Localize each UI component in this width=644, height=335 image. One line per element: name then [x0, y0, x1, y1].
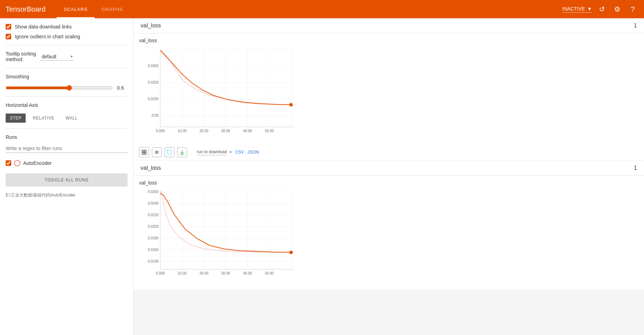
svg-text:0.0100: 0.0100 — [148, 97, 159, 101]
chart-2: 0.0260 0.0240 0.0220 0.0200 0.0180 0.016… — [139, 188, 297, 287]
runs-title: Runs — [6, 134, 128, 140]
show-download-links-checkbox[interactable] — [6, 24, 11, 30]
svg-text:20.00: 20.00 — [199, 129, 208, 133]
chart-1: 0.0300 0.0200 0.0100 0.00 0.000 10.00 20… — [139, 46, 297, 144]
chart-card-2: val_loss — [134, 176, 644, 290]
svg-text:0.0200: 0.0200 — [148, 80, 159, 84]
smoothing-slider[interactable] — [6, 85, 113, 91]
divider-3 — [6, 96, 128, 97]
svg-text:0.0260: 0.0260 — [148, 190, 159, 194]
svg-text:0.00: 0.00 — [152, 114, 159, 117]
run-name-label: AutoEncoder — [23, 160, 52, 166]
horizontal-axis-title: Horizontal Axis — [6, 102, 128, 108]
svg-text:30.00: 30.00 — [221, 271, 230, 275]
settings-icon[interactable]: ⚙ — [612, 4, 623, 15]
svg-text:20.00: 20.00 — [199, 271, 208, 275]
svg-text:50.00: 50.00 — [265, 129, 273, 133]
chart-title-1: val_loss — [139, 38, 638, 43]
svg-text:50.00: 50.00 — [265, 271, 273, 275]
status-text: INACTIVE — [562, 6, 585, 12]
axis-step-button[interactable]: STEP — [6, 114, 26, 123]
divider-4 — [6, 128, 128, 129]
section-header-1: val_loss 1 — [134, 18, 644, 33]
svg-text:10.00: 10.00 — [178, 129, 186, 133]
run-path: E:\工业大数据\基础代码\AutoEncoder — [6, 192, 128, 198]
svg-text:10.00: 10.00 — [178, 271, 186, 275]
nav-scalars[interactable]: SCALARS — [57, 0, 95, 18]
refresh-icon[interactable]: ↺ — [596, 4, 607, 15]
tooltip-select-wrapper: default ascending descending nearest — [40, 53, 74, 60]
svg-rect-31 — [167, 150, 172, 154]
section-title-2: val_loss — [141, 165, 161, 171]
svg-rect-26 — [142, 153, 144, 154]
layout: Show data download links Ignore outliers… — [0, 18, 644, 335]
svg-text:40.00: 40.00 — [243, 271, 252, 275]
svg-text:0.0200: 0.0200 — [148, 225, 159, 228]
header-nav: SCALARS GRAPHS — [57, 0, 130, 18]
expand-button-1[interactable] — [139, 147, 149, 157]
download-button-1[interactable] — [177, 147, 187, 157]
smoothing-value: 0.6 — [117, 85, 128, 91]
toggle-all-runs-button[interactable]: TOGGLE ALL RUNS — [6, 173, 128, 187]
json-button-1[interactable]: JSON — [247, 150, 259, 155]
main-content: val_loss 1 val_loss — [134, 18, 644, 335]
section-header-2: val_loss 1 — [134, 161, 644, 176]
list-button-1[interactable] — [152, 147, 162, 157]
svg-point-63 — [289, 251, 293, 254]
divider-2 — [6, 68, 128, 68]
svg-text:0.0160: 0.0160 — [148, 248, 159, 252]
chart-title-2: val_loss — [139, 180, 638, 186]
help-icon[interactable]: ? — [627, 4, 638, 15]
select-region-button-1[interactable] — [165, 147, 174, 157]
csv-button-1[interactable]: CSV — [234, 150, 245, 155]
header-right: INACTIVE ▼ ↺ ⚙ ? — [562, 4, 638, 15]
svg-marker-34 — [230, 152, 232, 153]
section-num-1: 1 — [634, 22, 637, 29]
run-color-circle — [14, 160, 20, 166]
svg-text:0.0180: 0.0180 — [148, 236, 159, 240]
run-item-autoencoder: AutoEncoder — [6, 160, 128, 166]
svg-rect-27 — [144, 153, 146, 154]
axis-buttons: STEP RELATIVE WALL — [6, 114, 128, 123]
section-num-2: 1 — [634, 165, 637, 171]
ignore-outliers-row: Ignore outliers in chart scaling — [6, 34, 128, 39]
status-dropdown[interactable]: INACTIVE ▼ — [562, 6, 592, 13]
autoencoder-checkbox[interactable] — [6, 160, 11, 166]
svg-rect-25 — [144, 150, 146, 152]
section-title-1: val_loss — [141, 22, 161, 29]
svg-text:0.0140: 0.0140 — [148, 259, 159, 263]
svg-text:0.000: 0.000 — [156, 271, 165, 275]
ignore-outliers-checkbox[interactable] — [6, 34, 11, 39]
show-download-links-label: Show data download links — [15, 24, 72, 30]
svg-text:0.0300: 0.0300 — [148, 64, 159, 68]
svg-text:40.00: 40.00 — [243, 129, 252, 133]
show-download-links-row: Show data download links — [6, 24, 128, 30]
filter-runs-input[interactable] — [6, 144, 128, 153]
svg-text:0.000: 0.000 — [156, 129, 165, 133]
smoothing-row: 0.6 — [6, 85, 128, 91]
svg-text:0.0240: 0.0240 — [148, 201, 159, 205]
svg-rect-24 — [142, 150, 144, 152]
download-row-1: run to download CSV JSON — [197, 149, 259, 155]
chart-toolbar-1: run to download CSV JSON — [139, 147, 638, 157]
dropdown-arrow: ▼ — [587, 6, 592, 12]
tooltip-sorting-select[interactable]: default ascending descending nearest — [40, 53, 74, 60]
sidebar: Show data download links Ignore outliers… — [0, 18, 134, 335]
axis-relative-button[interactable]: RELATIVE — [28, 114, 58, 123]
axis-wall-button[interactable]: WALL — [61, 114, 82, 123]
divider-1 — [6, 45, 128, 45]
smoothing-title: Smoothing — [6, 74, 128, 79]
run-to-download-label-1: run to download — [197, 149, 227, 155]
tooltip-sorting-row: Tooltip sortingmethod: default ascending… — [6, 51, 128, 62]
chart-card-1: val_loss — [134, 33, 644, 160]
svg-point-23 — [289, 103, 293, 107]
ignore-outliers-label: Ignore outliers in chart scaling — [15, 34, 80, 39]
header: TensorBoard SCALARS GRAPHS INACTIVE ▼ ↺ … — [0, 0, 644, 18]
chart-svg-2: 0.0260 0.0240 0.0220 0.0200 0.0180 0.016… — [139, 188, 297, 283]
chart-svg-1: 0.0300 0.0200 0.0100 0.00 0.000 10.00 20… — [139, 46, 297, 141]
nav-graphs[interactable]: GRAPHS — [95, 0, 130, 18]
svg-text:30.00: 30.00 — [221, 129, 230, 133]
svg-text:0.0220: 0.0220 — [148, 213, 159, 217]
download-dropdown-arrow — [229, 150, 232, 154]
app-logo: TensorBoard — [6, 5, 45, 13]
